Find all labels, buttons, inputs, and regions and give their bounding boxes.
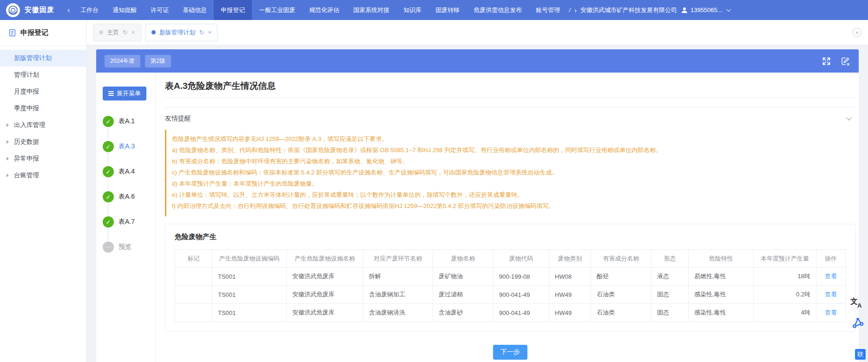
notice-line: f) 内部治理方式及去向：自行利用设施编码、自行处置设施编码和贮存设施编码依据H… [172,201,851,212]
table-row: TS001 安徽洪武危废库 拆解 废矿物油 900-199-08 HW08 酚烃… [175,268,846,286]
app-logo-icon [6,3,20,17]
menu-item-declaration[interactable]: 申报登记 [214,0,252,20]
check-icon: ✓ [103,216,114,228]
sidebar: 申报登记 新版管理计划 管理计划 月度申报 季度申报 出入库管理 历史数据 异常… [0,20,87,362]
fullscreen-icon[interactable] [822,56,831,66]
nav-scroll-right-icon[interactable]: › [574,6,577,14]
tab-refresh-icon[interactable]: ↻ [123,29,128,36]
translate-icon[interactable]: 文A [850,297,865,312]
check-icon: ✓ [103,116,114,127]
menu-item-waste-transfer[interactable]: 固废转移 [428,0,467,20]
waste-table: 标记 产生危险废物设施编码 产生危险废物设施名称 对应产废环节名称 废物名称 废… [175,249,846,322]
sidebar-item-monthly-declaration[interactable]: 月度申报 [0,83,86,100]
table-header-row: 标记 产生危险废物设施编码 产生危险废物设施名称 对应产废环节名称 废物名称 废… [175,250,846,268]
contact-badge[interactable]: 联 [855,349,866,360]
tab-status-dot [99,30,103,34]
menu-item-basic-info[interactable]: 基础信息 [176,0,214,20]
ellipsis-icon: ⋯ [103,241,114,253]
next-step-button[interactable]: 下一步 [493,345,527,360]
notice-line: d) 本年度预计产生量：本年度预计产生的危险废物量。 [172,178,851,189]
expand-arrow-icon [7,123,9,127]
table-row: TS001 安徽洪武危废库 含油废钢清洗 含油废砂 900-041-49 HW4… [175,304,846,322]
expand-arrow-icon [7,174,9,177]
tab-refresh-icon[interactable]: ↻ [199,29,204,36]
sidebar-item-management-plan[interactable]: 管理计划 [0,67,86,83]
sidebar-header: 申报登记 [0,20,86,46]
plan-header-bar: 2024年度 第2版 [96,49,859,73]
tab-new-management-plan[interactable]: 新版管理计划 ↻ × [145,24,218,41]
menu-item-license[interactable]: 许可证 [144,0,176,20]
notice-line: b) 有害成分名称：危险废物中对环境有害的主要污染物名称，如苯系物、氰化物、砷等… [172,156,851,167]
sidebar-item-new-management-plan[interactable]: 新版管理计划 [0,50,86,67]
menu-item-supply-demand[interactable]: 危废供需信息发布 [467,0,529,20]
check-icon: ✓ [103,141,114,152]
year-badge: 2024年度 [105,55,140,67]
document-icon [8,29,16,37]
page-title: 表A.3危险废物产生情况信息 [165,80,855,92]
tab-close-icon[interactable]: × [208,29,211,36]
step-preview[interactable]: ⋯ 预览 [96,235,155,260]
menu-item-notifications[interactable]: 通知提醒 [105,0,144,20]
menu-overflow-fragment: / [569,7,571,13]
main-menu: 工作台 通知提醒 许可证 基础信息 申报登记 一般工业固废 规范化评估 国家系统… [73,0,567,20]
menu-item-standard-assessment[interactable]: 规范化评估 [302,0,346,20]
tab-status-dot [151,30,156,34]
expand-arrow-icon [7,157,9,161]
expand-arrow-icon [7,140,9,144]
view-link[interactable]: 查看 [825,273,837,280]
step-table-a3[interactable]: ✓ 表A.3 [96,134,155,159]
step-table-a6[interactable]: ✓ 表A.6 [96,184,155,209]
friendly-reminder-content: 危险废物产生情况填写内容参见HJ 1259—2022附录 A.3，填写应满足以下… [165,130,855,216]
tab-strip: 主页 ↻ × 新版管理计划 ↻ × × [87,20,868,45]
notice-line: 危险废物产生情况填写内容参见HJ 1259—2022附录 A.3，填写应满足以下… [172,134,851,145]
step-table-a1[interactable]: ✓ 表A.1 [96,109,155,134]
app-title: 安徽固废 [25,6,54,14]
view-link[interactable]: 查看 [825,309,837,316]
menu-item-industrial-waste[interactable]: 一般工业固废 [252,0,302,20]
expand-menu-button[interactable]: 展开菜单 [103,87,146,101]
friendly-reminder-panel: 友情提醒 危险废物产生情况填写内容参见HJ 1259—2022附录 A.3，填写… [165,107,855,216]
divider [165,97,855,98]
top-navbar: 安徽固废 ‹ 工作台 通知提醒 许可证 基础信息 申报登记 一般工业固废 规范化… [0,0,868,20]
menu-item-account[interactable]: 账号管理 [529,0,567,20]
section-title: 危险废物产生 [175,233,846,241]
check-icon: ✓ [103,166,114,177]
view-link[interactable]: 查看 [825,291,837,298]
network-share-icon[interactable] [851,316,865,330]
notice-line: a) 危险废物名称、类别、代码和危险特性：依据《国家危险废物名录》或根据 GB … [172,145,851,156]
waste-generation-section: 危险废物产生 标记 产生危险废物设施编码 产生危险废物设施名称 对应产废环节名称 [165,224,855,332]
sidebar-item-ledger-management[interactable]: 台账管理 [0,167,86,184]
menu-item-knowledge-base[interactable]: 知识库 [396,0,428,20]
sidebar-menu: 新版管理计划 管理计划 月度申报 季度申报 出入库管理 历史数据 异常申报 台账… [0,46,86,184]
sidebar-item-abnormal-declaration[interactable]: 异常申报 [0,150,86,167]
steps-panel: 展开菜单 ✓ 表A.1 ✓ 表A.3 ✓ 表A.4 ✓ 表A.6 [96,73,156,362]
sidebar-title: 申报登记 [20,28,48,37]
sidebar-item-history-data[interactable]: 历史数据 [0,134,86,150]
menu-item-workbench[interactable]: 工作台 [73,0,105,20]
version-badge: 第2版 [145,55,171,67]
friendly-reminder-header[interactable]: 友情提醒 [165,107,855,130]
sidebar-item-quarterly-declaration[interactable]: 季度申报 [0,100,86,117]
sidebar-item-inout-warehouse[interactable]: 出入库管理 [0,117,86,134]
step-table-a4[interactable]: ✓ 表A.4 [96,159,155,184]
table-row: TS001 安徽洪武危废库 含油废钢加工 废过滤棉 900-041-49 HW4… [175,286,846,304]
step-table-a7[interactable]: ✓ 表A.7 [96,209,155,235]
user-area[interactable]: 安徽洪武城市矿产科技发展有限公司 13955065... [580,6,730,14]
user-icon [681,7,688,14]
tab-home[interactable]: 主页 ↻ × [93,24,141,41]
company-name: 安徽洪武城市矿产科技发展有限公司 [580,6,677,14]
menu-item-national-system[interactable]: 国家系统对接 [346,0,396,20]
form-area: 表A.3危险废物产生情况信息 友情提醒 危险废物产生情况填写内容参见HJ 125… [156,73,861,362]
tab-actions-icon[interactable]: × [853,28,861,37]
user-phone: 13955065... [690,7,723,13]
content-card: 2024年度 第2版 展开菜单 ✓ [96,49,859,362]
tab-close-icon[interactable]: × [132,29,135,36]
chevron-down-icon [726,7,731,12]
menu-bars-icon [108,91,114,96]
notice-line: e) 计量单位：填写吨。以升、立方米等体积计量的，应折算成重量吨；以个数作为计量… [172,189,851,201]
step-list: ✓ 表A.1 ✓ 表A.3 ✓ 表A.4 ✓ 表A.6 ✓ 表A.7 [96,109,155,260]
nav-collapse-left-icon[interactable]: ‹ [67,6,70,14]
notice-line: c) 产生危险废物设施名称和编码：依据本标准第 5.4.2 部分填写的生产设施名… [172,167,851,178]
edit-cancel-icon[interactable] [841,56,850,66]
check-icon: ✓ [103,191,114,202]
